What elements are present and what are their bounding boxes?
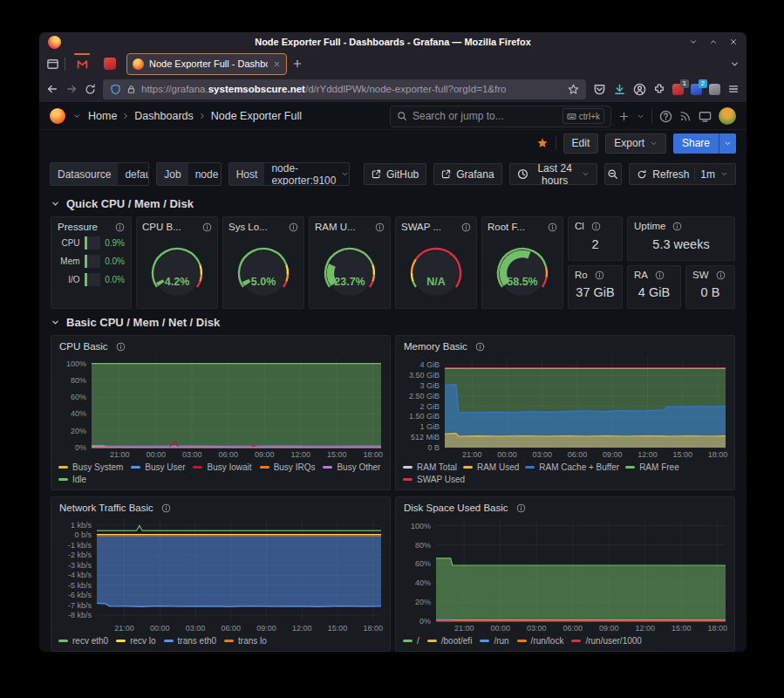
panel-network-traffic-basic[interactable]: Network Traffic Basic 1 kb/s0 b/s-1 kb/s… [51,496,391,652]
legend-item[interactable]: SWAP Used [403,475,465,484]
close-tab-icon[interactable] [273,60,281,68]
legend-item[interactable]: /run/lock [517,636,564,646]
legend-item[interactable]: Busy Other [323,462,380,472]
pinned-tab-gmail[interactable] [71,54,93,73]
info-icon[interactable] [461,222,471,232]
info-icon[interactable] [475,342,485,352]
share-chevron-button[interactable] [719,133,736,154]
info-icon[interactable] [716,270,726,280]
url-bar[interactable]: https://grafana.systemsobscure.net/d/rYd… [103,79,586,99]
panel-root-fs-used[interactable]: Root F... 58.5% [481,216,563,309]
panel-disk-space-used-basic[interactable]: Disk Space Used Basic 0%20%40%60%80%100%… [395,496,735,652]
legend-item[interactable]: /run/user/1000 [571,636,642,646]
favorite-star-icon[interactable] [536,137,549,149]
panel-cpu-busy[interactable]: CPU B... 4.2% [136,216,218,309]
panel-memory-basic[interactable]: Memory Basic 0 B512 MiB1 GiB1.50 GiB2 Gi… [395,335,735,490]
panel-pressure[interactable]: Pressure CPU0.9% Mem0.0% I/O0.0% [51,216,132,309]
new-menu-button[interactable] [618,111,630,122]
legend-item[interactable]: Busy System [58,462,123,472]
info-icon[interactable] [672,222,682,231]
info-icon[interactable] [161,503,171,513]
zoom-out-button[interactable] [604,163,623,185]
forward-button[interactable] [65,83,78,95]
tracking-protection-icon[interactable] [110,84,121,95]
extension-grey-icon[interactable] [709,84,720,95]
info-icon[interactable] [591,222,601,231]
legend-item[interactable]: /boot/efi [427,636,473,646]
legend-item[interactable]: Busy User [131,462,185,472]
breadcrumb-dashboards[interactable]: Dashboards [134,110,193,122]
display-icon[interactable] [699,110,712,123]
info-icon[interactable] [375,222,385,232]
var-datasource[interactable]: Datasource default [50,162,149,186]
panel-ram-used[interactable]: RAM U... 23.7% [309,216,391,309]
section-basic[interactable]: Basic CPU / Mem / Net / Disk [51,316,735,329]
time-range-picker[interactable]: Last 24 hours [509,163,597,185]
panel-rootfs-total[interactable]: Ro 37 GiB [568,265,623,309]
legend-item[interactable]: RAM Cache + Buffer [525,462,619,472]
extension-blue[interactable]: 2 [691,84,702,95]
account-icon[interactable] [633,83,646,96]
minimize-button[interactable] [689,38,698,46]
close-window-button[interactable] [729,38,738,46]
var-job[interactable]: Job node [156,162,221,186]
bookmark-star-icon[interactable] [568,84,579,95]
info-icon[interactable] [116,342,126,352]
memory-basic-chart[interactable]: 0 B512 MiB1 GiB1.50 GiB2 GiB2.50 GiB3 Gi… [401,353,729,460]
share-button[interactable]: Share [673,133,719,154]
legend-item[interactable]: Busy IRQs [260,462,316,472]
info-icon[interactable] [516,503,526,513]
legend-item[interactable]: recv eth0 [58,636,108,646]
panel-sys-load[interactable]: Sys Lo... 5.0% [222,216,304,309]
legend-item[interactable]: RAM Free [625,462,679,472]
reload-button[interactable] [85,84,96,95]
legend-item[interactable]: Busy Iowait [193,462,251,472]
new-menu-chevron-icon[interactable] [637,113,644,120]
grafana-logo[interactable] [50,108,65,124]
info-icon[interactable] [289,222,298,232]
export-button[interactable]: Export [605,133,666,154]
info-icon[interactable] [202,222,212,232]
grafana-link-button[interactable]: Grafana [433,163,501,185]
legend-item[interactable]: trans lo [224,636,267,646]
disk-space-chart[interactable]: 0%20%40%60%80%100%21:0000:0003:0006:0009… [401,515,729,633]
pinned-tab-2[interactable] [99,54,121,73]
edit-button[interactable]: Edit [563,133,599,154]
legend-item[interactable]: RAM Total [403,462,457,472]
legend-item[interactable]: / [403,636,419,646]
window-titlebar[interactable]: Node Exporter Full - Dashboards - Grafan… [39,32,747,51]
github-link-button[interactable]: GitHub [364,163,426,185]
info-icon[interactable] [115,222,125,232]
pocket-icon[interactable] [593,83,606,96]
cpu-basic-chart[interactable]: 0%20%40%60%80%100%21:0000:0003:0006:0009… [57,353,385,460]
legend-item[interactable]: /run [480,636,508,646]
news-icon[interactable] [679,110,692,122]
mega-menu-toggle-icon[interactable] [72,112,81,120]
firefox-view-icon[interactable] [46,58,59,71]
panel-swap-total[interactable]: SW 0 B [685,265,735,309]
breadcrumb-home[interactable]: Home [88,110,117,122]
legend-item[interactable]: trans eth0 [164,636,216,646]
panel-swap-used[interactable]: SWAP ... N/A [395,216,477,309]
network-traffic-chart[interactable]: 1 kb/s0 b/s-1 kb/s-2 kb/s-3 kb/s-4 kb/s-… [57,515,385,633]
refresh-button[interactable]: Refresh1m [629,163,736,185]
info-icon[interactable] [548,222,557,232]
help-icon[interactable] [659,110,672,123]
legend-item[interactable]: Idle [58,475,383,484]
legend-item[interactable]: RAM Used [463,462,519,472]
panel-uptime[interactable]: Uptime 5.3 weeks [627,216,735,261]
extensions-icon[interactable] [653,83,665,95]
panel-cpu-cores[interactable]: Cl 2 [568,216,623,261]
search-input[interactable]: Search or jump to... ctrl+k [390,106,611,127]
maximize-button[interactable] [709,38,718,46]
info-icon[interactable] [655,270,665,280]
panel-ram-total[interactable]: RA 4 GiB [627,265,681,309]
new-tab-button[interactable] [292,58,303,69]
active-tab[interactable]: Node Exporter Full - Dashbo [126,53,287,75]
panel-cpu-basic[interactable]: CPU Basic 0%20%40%60%80%100%21:0000:0003… [51,335,391,490]
back-button[interactable] [46,83,58,95]
section-quick[interactable]: Quick CPU / Mem / Disk [51,197,735,210]
user-avatar[interactable] [719,107,736,125]
extension-red[interactable]: 1 [672,84,684,95]
legend-item[interactable]: recv lo [116,636,155,646]
